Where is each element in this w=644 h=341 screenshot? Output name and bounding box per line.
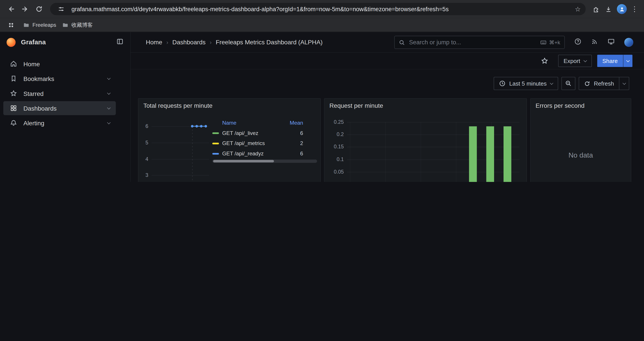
legend-col-mean[interactable]: Mean xyxy=(278,119,303,126)
legend-series-name[interactable]: GET /api/_livez xyxy=(222,130,278,136)
scrollbar-thumb[interactable] xyxy=(213,160,274,162)
sidebar-item-label: Starred xyxy=(24,90,102,97)
dashboards-grid-icon xyxy=(10,104,17,112)
news-rss-icon[interactable] xyxy=(591,38,598,47)
panel-errors-per-second: Errors per second No data xyxy=(530,98,631,182)
extensions-icon[interactable] xyxy=(590,2,602,16)
time-controls: Last 5 minutes Refresh xyxy=(494,77,629,90)
series-dash-icon xyxy=(212,132,219,134)
breadcrumb-dashboards[interactable]: Dashboards xyxy=(172,39,206,46)
bookmark-label: 收藏博客 xyxy=(72,21,93,29)
favorite-star-icon[interactable] xyxy=(541,57,548,65)
sidebar-item-label: Home xyxy=(24,60,110,67)
chevron-down-icon[interactable] xyxy=(107,106,111,109)
grafana-logo[interactable] xyxy=(6,38,16,47)
series-dash-icon xyxy=(212,142,219,144)
sidebar-item-home[interactable]: Home xyxy=(3,57,116,71)
series-dash-icon xyxy=(212,153,219,154)
bell-icon xyxy=(10,119,17,127)
chevron-down-icon[interactable] xyxy=(107,91,111,95)
bookmarks-bar: Freeleaps 收藏博客 xyxy=(0,18,644,32)
sidebar-item-starred[interactable]: Starred xyxy=(3,86,116,100)
panel-request-per-minute: Request per minute 0.250.20.150.10.05017… xyxy=(324,98,527,182)
sidebar-item-label: Bookmarks xyxy=(24,75,102,82)
bookmark-item[interactable]: 收藏博客 xyxy=(62,21,93,29)
share-button[interactable]: Share xyxy=(597,55,623,67)
no-data-message: No data xyxy=(531,99,631,182)
legend-series-mean: 6 xyxy=(278,151,303,157)
panel-title[interactable]: Request per minute xyxy=(330,102,383,109)
help-icon[interactable] xyxy=(574,38,582,47)
breadcrumb-current: Freeleaps Metrics Dashboard (ALPHA) xyxy=(216,39,322,46)
panel-title[interactable]: Errors per second xyxy=(536,102,584,109)
bookmark-icon xyxy=(10,75,17,82)
forward-button[interactable] xyxy=(18,2,32,16)
display-icon[interactable] xyxy=(608,38,615,47)
zoom-out-icon xyxy=(565,80,572,87)
bookmark-item[interactable]: Freeleaps xyxy=(23,22,56,28)
chart-plot: 0.250.20.150.10.05017:37:0017:38:0017:39… xyxy=(324,99,526,182)
breadcrumb-separator: › xyxy=(166,39,168,46)
apps-grid-icon[interactable] xyxy=(5,18,17,32)
dashboard-actions-bar: Export Share xyxy=(131,53,644,70)
search-input[interactable] xyxy=(408,39,536,46)
back-button[interactable] xyxy=(4,2,18,16)
browser-menu-icon[interactable]: ⋮ xyxy=(629,5,640,14)
bookmark-label: Freeleaps xyxy=(32,22,56,28)
url-text[interactable]: grafana.mathmast.com/d/deytv4rwavabkb/fr… xyxy=(72,6,572,12)
legend-series-name[interactable]: GET /api/_readyz xyxy=(222,151,278,157)
time-range-label: Last 5 minutes xyxy=(509,80,547,87)
legend-table: Name Mean GET /api/_livez 6 GET /api/_me… xyxy=(212,117,317,159)
star-icon xyxy=(10,90,17,97)
search-icon xyxy=(399,39,405,46)
sidebar-item-dashboards[interactable]: Dashboards xyxy=(3,101,116,115)
url-bar[interactable]: grafana.mathmast.com/d/deytv4rwavabkb/fr… xyxy=(50,3,586,15)
brand-name: Grafana xyxy=(21,39,111,46)
panel-title[interactable]: Total requests per minute xyxy=(143,102,212,109)
breadcrumb-home[interactable]: Home xyxy=(146,39,162,46)
grafana-sidebar: Grafana Home Bookmarks Starred xyxy=(0,32,131,182)
clock-icon xyxy=(499,80,506,87)
refresh-label: Refresh xyxy=(594,80,614,87)
share-button-group: Share xyxy=(597,55,632,67)
legend-row: GET /api/_livez 6 xyxy=(212,128,317,138)
export-button[interactable]: Export xyxy=(558,55,592,67)
downloads-icon[interactable] xyxy=(602,2,614,16)
legend-col-name[interactable]: Name xyxy=(212,119,278,126)
refresh-interval-dropdown[interactable] xyxy=(619,77,629,90)
keyboard-icon xyxy=(540,39,547,46)
dashboard-content: Last 5 minutes Refresh xyxy=(131,70,644,182)
refresh-button[interactable]: Refresh xyxy=(579,77,619,90)
sidebar-item-label: Dashboards xyxy=(24,105,102,112)
browser-profile-avatar[interactable] xyxy=(617,4,627,14)
sidebar-toggle-icon[interactable] xyxy=(116,38,124,47)
browser-toolbar: grafana.mathmast.com/d/deytv4rwavabkb/fr… xyxy=(0,0,644,18)
user-avatar[interactable] xyxy=(624,38,633,47)
refresh-icon xyxy=(584,80,590,87)
search-shortcut: ⌘+k xyxy=(540,39,560,46)
search-bar[interactable]: ⌘+k xyxy=(394,36,565,49)
chevron-down-icon xyxy=(550,81,553,85)
home-icon xyxy=(10,60,17,68)
legend-scrollbar[interactable] xyxy=(212,160,317,163)
chevron-down-icon xyxy=(583,59,587,62)
share-dropdown[interactable] xyxy=(623,55,632,67)
breadcrumb-separator: › xyxy=(210,39,212,46)
time-range-picker[interactable]: Last 5 minutes xyxy=(494,77,558,90)
legend-series-mean: 6 xyxy=(278,130,303,136)
sidebar-item-bookmarks[interactable]: Bookmarks xyxy=(3,72,116,86)
sidebar-item-alerting[interactable]: Alerting xyxy=(3,116,116,130)
folder-icon xyxy=(23,22,30,28)
legend-series-name[interactable]: GET /api/_metrics xyxy=(222,140,278,146)
legend-row: GET /api/_readyz 6 xyxy=(212,148,317,159)
site-settings-icon[interactable] xyxy=(55,2,67,16)
bookmark-star-icon[interactable]: ☆ xyxy=(575,5,581,13)
reload-button[interactable] xyxy=(32,2,46,16)
folder-icon xyxy=(62,22,68,28)
legend-row: GET /api/_metrics 2 xyxy=(212,138,317,149)
refresh-button-group: Refresh xyxy=(579,77,629,90)
chevron-down-icon[interactable] xyxy=(107,76,111,80)
zoom-out-button[interactable] xyxy=(561,77,576,90)
chevron-down-icon[interactable] xyxy=(107,121,111,124)
breadcrumb: Home › Dashboards › Freeleaps Metrics Da… xyxy=(131,39,323,46)
